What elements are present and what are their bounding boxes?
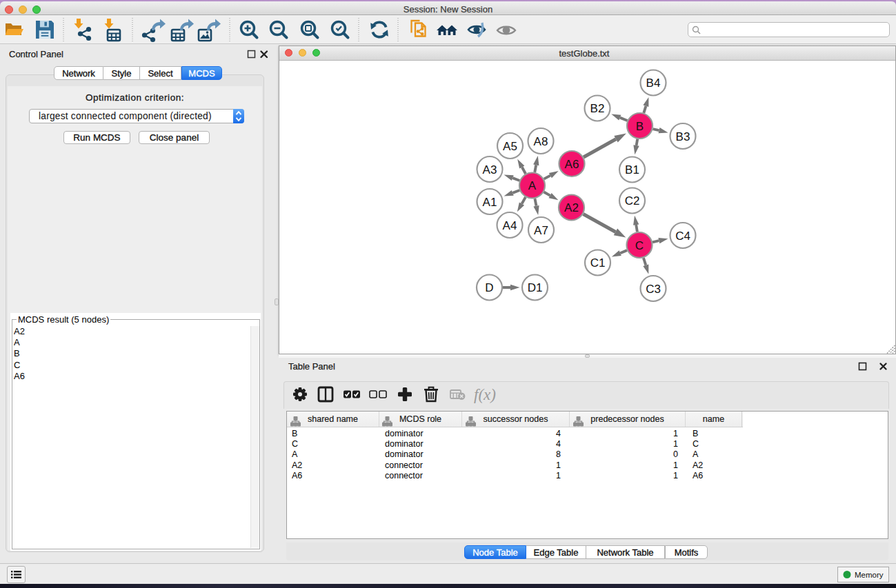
svg-text:A4: A4 bbox=[503, 219, 517, 232]
svg-text:A1: A1 bbox=[483, 196, 497, 209]
svg-text:C3: C3 bbox=[646, 283, 661, 296]
svg-text:A6: A6 bbox=[565, 158, 579, 171]
svg-text:C: C bbox=[635, 239, 644, 252]
svg-text:D1: D1 bbox=[528, 281, 543, 294]
svg-text:C2: C2 bbox=[625, 194, 640, 207]
svg-text:A3: A3 bbox=[483, 163, 497, 176]
svg-text:C4: C4 bbox=[675, 230, 690, 243]
svg-text:f(x): f(x) bbox=[474, 386, 496, 403]
svg-text:B2: B2 bbox=[590, 102, 605, 115]
svg-text:B4: B4 bbox=[646, 77, 661, 90]
svg-text:A2: A2 bbox=[564, 201, 579, 214]
svg-text:B3: B3 bbox=[676, 130, 690, 143]
svg-text:Memory: Memory bbox=[855, 571, 884, 579]
svg-text:C1: C1 bbox=[590, 256, 606, 270]
svg-text:A: A bbox=[528, 179, 537, 192]
svg-text:B: B bbox=[636, 120, 644, 133]
svg-text:A7: A7 bbox=[534, 224, 548, 237]
svg-text:B1: B1 bbox=[625, 163, 639, 176]
svg-text:A8: A8 bbox=[534, 135, 548, 148]
svg-text:D: D bbox=[485, 281, 493, 294]
svg-text:A5: A5 bbox=[503, 140, 517, 153]
